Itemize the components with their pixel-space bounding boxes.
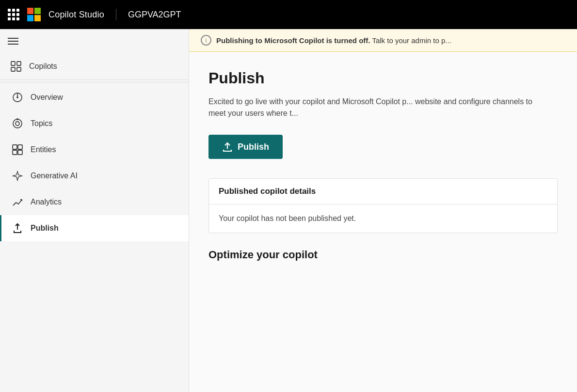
page-description: Excited to go live with your copilot and…: [208, 96, 548, 119]
publish-button-label: Publish: [238, 142, 269, 152]
sidebar-item-entities[interactable]: Entities: [0, 137, 189, 163]
grid-icon: [10, 60, 22, 73]
content-area: i Publishing to Microsoft Copilot is tur…: [189, 29, 577, 392]
upload-icon: [222, 141, 233, 152]
sidebar-label-generative-ai: Generative AI: [31, 172, 78, 180]
analytics-icon: [11, 196, 24, 208]
svg-rect-1: [17, 62, 21, 65]
microsoft-logo: [27, 8, 41, 21]
svg-point-7: [13, 119, 22, 128]
optimize-title: Optimize your copilot: [208, 249, 558, 261]
sidebar: Copilots Overview To: [0, 29, 189, 392]
publish-button[interactable]: Publish: [208, 135, 283, 159]
sidebar-item-analytics[interactable]: Analytics: [0, 189, 189, 215]
svg-rect-13: [18, 150, 22, 155]
warning-text: Publishing to Microsoft Copilot is turne…: [216, 36, 451, 45]
svg-point-8: [16, 122, 19, 125]
details-card: Published copilot details Your copilot h…: [208, 178, 558, 233]
sidebar-item-generative-ai[interactable]: Generative AI: [0, 163, 189, 189]
waffle-icon[interactable]: [8, 9, 19, 20]
details-card-body: Your copilot has not been published yet.: [209, 204, 557, 233]
svg-rect-3: [17, 67, 21, 71]
sidebar-item-copilots[interactable]: Copilots: [0, 53, 189, 80]
sidebar-item-overview[interactable]: Overview: [0, 84, 189, 110]
nav-separator: [0, 82, 189, 82]
project-name: GGPVA2GPT: [128, 10, 181, 20]
sidebar-label-copilots: Copilots: [29, 62, 57, 71]
sidebar-label-publish: Publish: [31, 224, 59, 233]
topbar-divider: [116, 9, 116, 20]
svg-point-9: [16, 118, 18, 120]
svg-rect-10: [13, 145, 17, 149]
sidebar-label-overview: Overview: [31, 93, 63, 102]
sidebar-label-topics: Topics: [31, 119, 52, 128]
svg-rect-12: [13, 150, 17, 155]
main-layout: Copilots Overview To: [0, 29, 577, 392]
topics-icon: [11, 117, 24, 130]
entities-icon: [11, 143, 24, 156]
sidebar-item-topics[interactable]: Topics: [0, 110, 189, 137]
topbar: Copilot Studio GGPVA2GPT: [0, 0, 577, 29]
svg-rect-0: [11, 62, 15, 65]
svg-rect-11: [18, 145, 22, 149]
publish-nav-icon: [11, 222, 24, 235]
sidebar-item-publish[interactable]: Publish: [0, 215, 189, 241]
svg-rect-2: [11, 67, 15, 71]
content-body: Publish Excited to go live with your cop…: [189, 52, 577, 392]
sidebar-label-entities: Entities: [31, 145, 56, 154]
page-title: Publish: [208, 69, 558, 87]
app-name: Copilot Studio: [48, 10, 104, 20]
sidebar-label-analytics: Analytics: [31, 198, 62, 206]
generative-ai-icon: [11, 170, 24, 182]
hamburger-menu[interactable]: [0, 29, 189, 53]
info-icon: i: [201, 35, 211, 46]
svg-point-6: [16, 96, 18, 98]
warning-banner: i Publishing to Microsoft Copilot is tur…: [189, 29, 577, 52]
details-card-header: Published copilot details: [209, 179, 557, 204]
overview-icon: [11, 91, 24, 104]
